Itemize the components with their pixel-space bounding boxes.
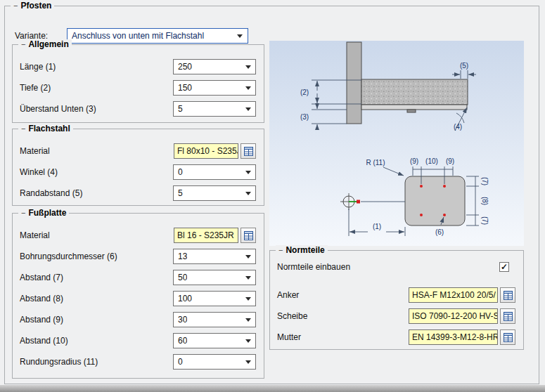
anker-label: Anker [277, 287, 299, 303]
fussplatte-group-title: − Fußplatte [18, 208, 69, 218]
winkel-label: Winkel (4) [20, 164, 58, 180]
dimension-label-2: (2) [300, 89, 309, 96]
preview-panel: (2) (3) (5) (4) R (11) (9) (10) (9) (7) … [269, 41, 524, 246]
abstand-8-label: Abstand (8) [20, 291, 63, 306]
flat-steel-tab [407, 110, 416, 112]
dimension-label-r11: R (11) [366, 159, 385, 166]
chevron-down-icon [245, 360, 251, 364]
laenge-combobox[interactable]: 250 [173, 59, 256, 74]
scheibe-label: Scheibe [277, 308, 307, 324]
variante-value: Anschluss von unten mit Flachstahl [72, 31, 204, 41]
collapse-icon[interactable]: − [278, 245, 283, 255]
bolt-hole [443, 214, 446, 216]
mutter-catalog-button[interactable] [500, 329, 515, 345]
axis-marker-red [357, 200, 360, 204]
collapse-icon[interactable]: − [21, 124, 25, 133]
collapse-icon[interactable]: − [13, 1, 18, 11]
randabstand-combobox[interactable]: 5 [173, 185, 256, 201]
mutter-value: EN 14399-3-M12-8-HR [412, 332, 498, 342]
bohrungsdurchmesser-combobox[interactable]: 13 [173, 249, 256, 264]
group-title-text: Pfosten [20, 1, 51, 11]
mutter-label: Mutter [277, 329, 301, 345]
material-flachstahl-catalog-button[interactable] [241, 143, 256, 159]
bolt-hole [420, 214, 423, 216]
material-fussplatte-label: Material [20, 228, 50, 243]
chevron-down-icon [245, 255, 251, 259]
dimension-label-10: (10) [425, 157, 438, 165]
base-plate-shape [405, 176, 465, 226]
dimension-label-3: (3) [300, 113, 309, 121]
dimension-label-1: (1) [373, 223, 381, 230]
material-fussplatte-field[interactable]: Bl 16 - S235JR [174, 228, 238, 243]
abstand-10-combobox[interactable]: 60 [173, 333, 256, 348]
chevron-down-icon [245, 339, 251, 343]
abstand-7-label: Abstand (7) [20, 270, 63, 285]
dimension-label-5: (5) [460, 62, 468, 70]
collapse-icon[interactable]: − [21, 208, 25, 218]
bohrungsdurchmesser-label: Bohrungsdurchmesser (6) [20, 249, 117, 264]
anker-field[interactable]: HSA-F M12x100 20/5/ [409, 287, 498, 303]
chevron-down-icon [245, 276, 251, 280]
bolt-hole [443, 185, 446, 188]
catalog-table-icon [244, 147, 253, 156]
tiefe-label: Tiefe (2) [20, 80, 51, 96]
combo-value: 0 [178, 357, 183, 367]
scheibe-field[interactable]: ISO 7090-12-200 HV-S [409, 308, 498, 324]
group-title-text: Normteile [286, 245, 324, 255]
ueberstand-unten-label: Überstand Unten (3) [20, 101, 96, 117]
abstand-7-combobox[interactable]: 50 [173, 270, 256, 285]
dimension-label-9b: (9) [446, 157, 454, 165]
abstand-9-combobox[interactable]: 30 [173, 312, 256, 327]
abstand-8-combobox[interactable]: 100 [173, 291, 256, 306]
combo-value: 60 [178, 336, 187, 346]
combo-value: 50 [178, 273, 187, 282]
flachstahl-group-title: − Flachstahl [18, 124, 73, 133]
mutter-field[interactable]: EN 14399-3-M12-8-HR [409, 329, 498, 345]
combo-value: 30 [178, 315, 187, 325]
bolt-hole [420, 185, 423, 188]
chevron-down-icon [237, 34, 243, 38]
ueberstand-unten-combobox[interactable]: 5 [173, 101, 256, 117]
post-shape [347, 42, 361, 124]
rundungsradius-combobox[interactable]: 0 [173, 354, 256, 370]
variante-dropdown[interactable]: Anschluss von unten mit Flachstahl [67, 28, 248, 44]
tiefe-combobox[interactable]: 150 [173, 80, 256, 96]
flat-steel-shape [361, 105, 467, 110]
material-value: Fl 80x10 - S235JR [177, 146, 238, 156]
fussplatte-groupbox: − Fußplatte Material Bl 16 - S235JR Bohr… [12, 213, 264, 379]
collapse-icon[interactable]: − [21, 39, 25, 49]
dimension-label-4: (4) [454, 123, 462, 131]
catalog-table-icon [504, 312, 513, 321]
chevron-down-icon [245, 171, 251, 174]
normteile-group-title: − Normteile [276, 245, 328, 255]
chevron-down-icon [245, 86, 251, 90]
anker-catalog-button[interactable] [500, 287, 515, 303]
allgemein-group-title: − Allgemein [18, 39, 72, 49]
material-flachstahl-label: Material [20, 143, 50, 159]
window-bottom-edge [0, 385, 545, 392]
material-flachstahl-field[interactable]: Fl 80x10 - S235JR [174, 143, 238, 159]
dimension-label-9a: (9) [410, 157, 418, 165]
group-title-text: Flachstahl [28, 124, 70, 133]
group-title-text: Fußplatte [28, 208, 66, 218]
scheibe-value: ISO 7090-12-200 HV-S [412, 311, 498, 321]
winkel-combobox[interactable]: 0 [173, 164, 256, 180]
dimension-label-8: (8) [481, 197, 489, 205]
material-fussplatte-catalog-button[interactable] [241, 228, 256, 243]
allgemein-groupbox: − Allgemein Länge (1) 250 Tiefe (2) 150 … [12, 44, 264, 123]
normteile-einbauen-checkbox[interactable]: ✓ [499, 262, 509, 272]
normteile-groupbox: − Normteile Normteile einbauen ✓ Anker H… [269, 250, 524, 350]
abstand-9-label: Abstand (9) [20, 312, 63, 327]
normteile-einbauen-label: Normteile einbauen [277, 259, 350, 275]
combo-value: 5 [178, 104, 183, 114]
scheibe-catalog-button[interactable] [500, 308, 515, 324]
combo-value: 250 [178, 62, 192, 72]
connection-preview-drawing: (2) (3) (5) (4) R (11) (9) (10) (9) (7) … [269, 41, 524, 246]
combo-value: 100 [178, 294, 192, 303]
combo-value: 150 [178, 83, 192, 93]
dimension-label-6: (6) [435, 228, 444, 236]
drawing-background [269, 41, 524, 246]
pfosten-group-title: − Pfosten [11, 1, 54, 11]
combo-value: 0 [178, 167, 183, 177]
material-value: Bl 16 - S235JR [177, 230, 234, 240]
